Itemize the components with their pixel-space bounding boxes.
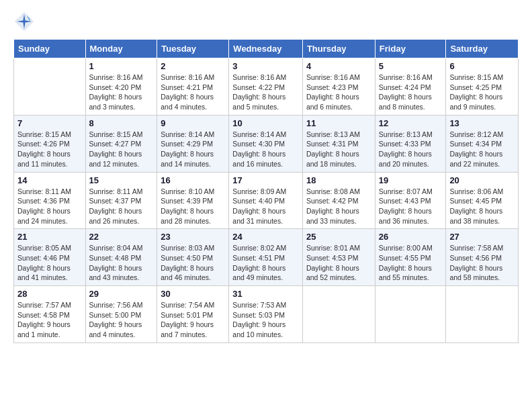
sunset-text: Sunset: 4:33 PM <box>379 139 443 149</box>
day-number: 11 <box>306 118 371 128</box>
day-number: 14 <box>17 175 82 185</box>
day-number: 20 <box>449 175 515 185</box>
sunrise-text: Sunrise: 7:57 AM <box>17 300 82 310</box>
sunset-text: Sunset: 4:27 PM <box>89 139 154 149</box>
calendar-cell: 20Sunrise: 8:06 AMSunset: 4:45 PMDayligh… <box>446 172 519 229</box>
daylight-text: Daylight: 8 hours and 16 minutes. <box>232 149 299 169</box>
calendar-cell: 29Sunrise: 7:56 AMSunset: 5:00 PMDayligh… <box>85 286 157 343</box>
calendar-cell: 27Sunrise: 7:58 AMSunset: 4:56 PMDayligh… <box>446 229 519 286</box>
daylight-text: Daylight: 9 hours and 1 minute. <box>17 320 82 339</box>
sunrise-text: Sunrise: 7:54 AM <box>161 300 225 310</box>
daylight-text: Daylight: 8 hours and 14 minutes. <box>161 149 225 169</box>
sunrise-text: Sunrise: 8:14 AM <box>232 130 299 140</box>
sunrise-text: Sunrise: 8:16 AM <box>306 73 371 83</box>
weekday-header-tuesday: Tuesday <box>157 40 229 58</box>
day-info: Sunrise: 7:54 AMSunset: 5:01 PMDaylight:… <box>161 300 225 340</box>
calendar-cell: 5Sunrise: 8:16 AMSunset: 4:24 PMDaylight… <box>375 58 446 116</box>
daylight-text: Daylight: 8 hours and 55 minutes. <box>379 263 443 283</box>
sunrise-text: Sunrise: 8:13 AM <box>306 130 371 140</box>
week-row-1: 7Sunrise: 8:15 AMSunset: 4:26 PMDaylight… <box>14 115 519 172</box>
day-info: Sunrise: 8:14 AMSunset: 4:29 PMDaylight:… <box>161 130 225 169</box>
calendar-cell <box>302 286 375 343</box>
week-row-4: 28Sunrise: 7:57 AMSunset: 4:58 PMDayligh… <box>14 286 519 343</box>
daylight-text: Daylight: 8 hours and 9 minutes. <box>449 92 515 111</box>
sunset-text: Sunset: 4:42 PM <box>306 196 371 206</box>
daylight-text: Daylight: 8 hours and 58 minutes. <box>449 263 515 283</box>
day-number: 8 <box>89 118 154 128</box>
day-number: 13 <box>449 118 515 128</box>
sunrise-text: Sunrise: 8:07 AM <box>379 187 443 197</box>
day-number: 12 <box>379 118 443 128</box>
sunset-text: Sunset: 4:25 PM <box>449 83 515 93</box>
sunrise-text: Sunrise: 8:03 AM <box>161 243 225 253</box>
calendar-cell: 14Sunrise: 8:11 AMSunset: 4:36 PMDayligh… <box>14 172 86 229</box>
sunrise-text: Sunrise: 8:16 AM <box>232 73 299 83</box>
header <box>13 11 519 32</box>
day-info: Sunrise: 8:11 AMSunset: 4:36 PMDaylight:… <box>17 187 82 226</box>
day-number: 4 <box>306 61 371 71</box>
day-info: Sunrise: 7:57 AMSunset: 4:58 PMDaylight:… <box>17 300 82 340</box>
daylight-text: Daylight: 8 hours and 46 minutes. <box>161 263 225 283</box>
calendar-cell: 1Sunrise: 8:16 AMSunset: 4:20 PMDaylight… <box>85 58 157 116</box>
day-info: Sunrise: 8:01 AMSunset: 4:53 PMDaylight:… <box>306 243 371 283</box>
sunrise-text: Sunrise: 7:58 AM <box>449 243 515 253</box>
sunrise-text: Sunrise: 8:13 AM <box>379 130 443 140</box>
page: SundayMondayTuesdayWednesdayThursdayFrid… <box>0 0 532 411</box>
day-info: Sunrise: 8:16 AMSunset: 4:21 PMDaylight:… <box>161 73 225 112</box>
sunset-text: Sunset: 4:20 PM <box>89 83 154 93</box>
calendar-cell: 11Sunrise: 8:13 AMSunset: 4:31 PMDayligh… <box>302 115 375 172</box>
daylight-text: Daylight: 8 hours and 4 minutes. <box>161 92 225 111</box>
day-number: 15 <box>89 175 154 185</box>
calendar-cell: 15Sunrise: 8:11 AMSunset: 4:37 PMDayligh… <box>85 172 157 229</box>
day-info: Sunrise: 8:07 AMSunset: 4:43 PMDaylight:… <box>379 187 443 226</box>
day-info: Sunrise: 8:11 AMSunset: 4:37 PMDaylight:… <box>89 187 154 226</box>
week-row-3: 21Sunrise: 8:05 AMSunset: 4:46 PMDayligh… <box>14 229 519 286</box>
sunrise-text: Sunrise: 8:14 AM <box>161 130 225 140</box>
calendar-cell: 9Sunrise: 8:14 AMSunset: 4:29 PMDaylight… <box>157 115 229 172</box>
daylight-text: Daylight: 8 hours and 18 minutes. <box>306 149 371 169</box>
day-info: Sunrise: 8:15 AMSunset: 4:27 PMDaylight:… <box>89 130 154 169</box>
sunrise-text: Sunrise: 8:12 AM <box>449 130 515 140</box>
day-number: 5 <box>379 61 443 71</box>
calendar-cell: 19Sunrise: 8:07 AMSunset: 4:43 PMDayligh… <box>375 172 446 229</box>
day-number: 28 <box>17 289 82 299</box>
day-number: 19 <box>379 175 443 185</box>
calendar-cell: 24Sunrise: 8:02 AMSunset: 4:51 PMDayligh… <box>229 229 303 286</box>
calendar-cell: 31Sunrise: 7:53 AMSunset: 5:03 PMDayligh… <box>229 286 303 343</box>
day-number: 1 <box>89 61 154 71</box>
day-info: Sunrise: 8:16 AMSunset: 4:23 PMDaylight:… <box>306 73 371 112</box>
calendar-cell: 25Sunrise: 8:01 AMSunset: 4:53 PMDayligh… <box>302 229 375 286</box>
sunrise-text: Sunrise: 8:10 AM <box>161 187 225 197</box>
sunrise-text: Sunrise: 8:15 AM <box>449 73 515 83</box>
sunset-text: Sunset: 5:03 PM <box>232 310 299 320</box>
sunset-text: Sunset: 4:43 PM <box>379 196 443 206</box>
day-number: 3 <box>232 61 299 71</box>
calendar-cell <box>446 286 519 343</box>
sunset-text: Sunset: 4:31 PM <box>306 139 371 149</box>
sunrise-text: Sunrise: 7:53 AM <box>232 300 299 310</box>
sunrise-text: Sunrise: 8:04 AM <box>89 243 154 253</box>
daylight-text: Daylight: 8 hours and 36 minutes. <box>379 206 443 226</box>
sunset-text: Sunset: 4:39 PM <box>161 196 225 206</box>
sunrise-text: Sunrise: 8:05 AM <box>17 243 82 253</box>
day-info: Sunrise: 8:13 AMSunset: 4:31 PMDaylight:… <box>306 130 371 169</box>
sunset-text: Sunset: 4:21 PM <box>161 83 225 93</box>
svg-marker-1 <box>17 14 32 29</box>
sunset-text: Sunset: 4:29 PM <box>161 139 225 149</box>
calendar-cell: 3Sunrise: 8:16 AMSunset: 4:22 PMDaylight… <box>229 58 303 116</box>
calendar-cell: 22Sunrise: 8:04 AMSunset: 4:48 PMDayligh… <box>85 229 157 286</box>
daylight-text: Daylight: 9 hours and 4 minutes. <box>89 320 154 339</box>
daylight-text: Daylight: 8 hours and 38 minutes. <box>449 206 515 226</box>
sunrise-text: Sunrise: 8:08 AM <box>306 187 371 197</box>
daylight-text: Daylight: 8 hours and 41 minutes. <box>17 263 82 283</box>
calendar-cell: 30Sunrise: 7:54 AMSunset: 5:01 PMDayligh… <box>157 286 229 343</box>
day-info: Sunrise: 8:16 AMSunset: 4:24 PMDaylight:… <box>379 73 443 112</box>
day-number: 26 <box>379 232 443 242</box>
calendar-cell: 7Sunrise: 8:15 AMSunset: 4:26 PMDaylight… <box>14 115 86 172</box>
day-number: 29 <box>89 289 154 299</box>
calendar-cell <box>375 286 446 343</box>
day-number: 6 <box>449 61 515 71</box>
calendar-cell: 12Sunrise: 8:13 AMSunset: 4:33 PMDayligh… <box>375 115 446 172</box>
sunrise-text: Sunrise: 8:00 AM <box>379 243 443 253</box>
day-info: Sunrise: 8:08 AMSunset: 4:42 PMDaylight:… <box>306 187 371 226</box>
